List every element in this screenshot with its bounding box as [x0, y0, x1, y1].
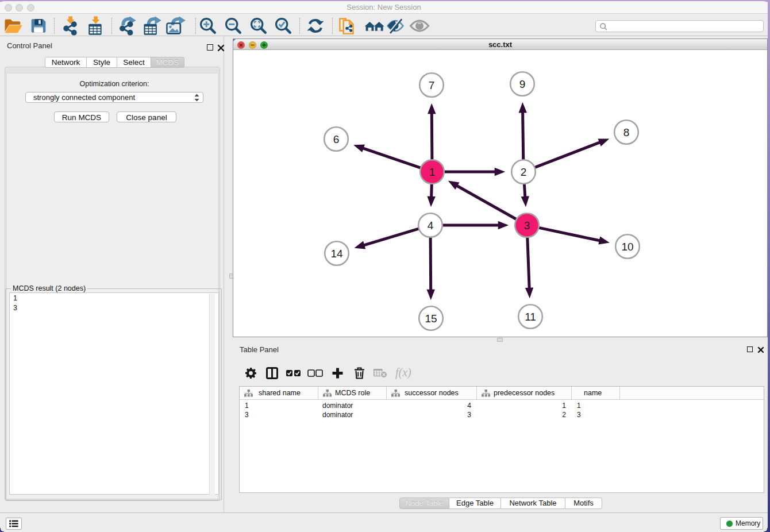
svg-text:3: 3 — [524, 219, 530, 232]
svg-text:4: 4 — [428, 219, 434, 232]
svg-text:10: 10 — [621, 241, 633, 253]
svg-text:15: 15 — [425, 313, 437, 325]
svg-text:6: 6 — [333, 133, 340, 145]
svg-text:14: 14 — [330, 248, 343, 260]
svg-text:2: 2 — [521, 166, 527, 178]
svg-text:8: 8 — [623, 126, 630, 138]
svg-text:11: 11 — [525, 311, 536, 323]
svg-text:7: 7 — [429, 79, 435, 91]
svg-text:9: 9 — [519, 78, 526, 90]
svg-text:1: 1 — [429, 166, 436, 178]
